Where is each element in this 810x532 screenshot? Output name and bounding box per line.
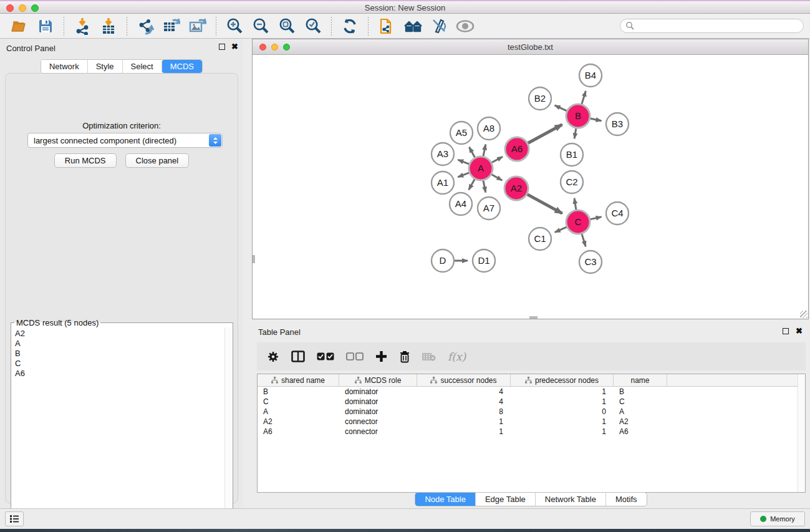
edge-A-A7[interactable] <box>483 180 486 193</box>
edge-C-C1[interactable] <box>555 227 567 233</box>
cell-successor-nodes[interactable]: 4 <box>417 387 511 397</box>
zoom-out-icon[interactable] <box>251 17 270 36</box>
float-panel-icon[interactable] <box>219 44 225 50</box>
cell-name[interactable]: A6 <box>614 427 667 437</box>
table-row[interactable]: Bdominator41B <box>258 387 805 397</box>
edge-B-B1[interactable] <box>574 128 576 139</box>
criterion-dropdown[interactable]: largest connected component (directed) <box>27 133 223 148</box>
tab-select[interactable]: Select <box>122 60 162 73</box>
result-item[interactable]: A <box>15 339 233 349</box>
cell-MCDS-role[interactable]: connector <box>339 417 417 427</box>
node-A5[interactable]: A5 <box>450 122 473 144</box>
result-scrollbar[interactable] <box>224 327 233 530</box>
export-image-icon[interactable] <box>188 17 207 36</box>
result-item[interactable]: C <box>15 359 233 369</box>
edge-B-B3[interactable] <box>590 118 602 121</box>
node-A4[interactable]: A4 <box>450 193 472 215</box>
column-header-predecessor-nodes[interactable]: predecessor nodes <box>511 374 614 386</box>
table-row[interactable]: Cdominator41C <box>258 397 805 407</box>
zoom-in-icon[interactable] <box>225 17 244 36</box>
node-A[interactable]: A <box>469 157 493 180</box>
open-session-icon[interactable] <box>10 17 29 36</box>
node-C3[interactable]: C3 <box>579 251 602 273</box>
edge-A6-B[interactable] <box>528 125 562 143</box>
cell-successor-nodes[interactable]: 1 <box>417 427 511 437</box>
cell-shared-name[interactable]: B <box>258 387 339 397</box>
table-row[interactable]: Adominator80A <box>258 407 805 417</box>
column-header-MCDS-role[interactable]: MCDS role <box>339 374 417 386</box>
edge-A-A3[interactable] <box>458 160 470 164</box>
cell-predecessor-nodes[interactable]: 0 <box>511 407 614 417</box>
cell-MCDS-role[interactable]: dominator <box>339 397 417 407</box>
tab-motifs[interactable]: Motifs <box>605 493 647 506</box>
tab-network-table[interactable]: Network Table <box>535 493 605 506</box>
edge-C-C3[interactable] <box>582 233 586 246</box>
cell-name[interactable]: B <box>614 387 667 397</box>
edge-A-A1[interactable] <box>458 173 470 177</box>
export-table-icon[interactable] <box>162 17 181 36</box>
node-B[interactable]: B <box>566 104 590 128</box>
zoom-selected-icon[interactable] <box>304 17 322 36</box>
new-network-from-selection-icon[interactable] <box>377 17 396 36</box>
node-B2[interactable]: B2 <box>529 87 551 110</box>
cell-MCDS-role[interactable]: dominator <box>339 387 417 397</box>
float-table-panel-icon[interactable] <box>783 328 789 334</box>
cell-successor-nodes[interactable]: 4 <box>417 397 511 407</box>
node-C2[interactable]: C2 <box>561 171 583 193</box>
edge-A-A2[interactable] <box>491 174 503 180</box>
canvas-vscroll-thumb[interactable] <box>253 255 255 263</box>
memory-button[interactable]: Memory <box>750 511 805 526</box>
cell-successor-nodes[interactable]: 1 <box>417 417 511 427</box>
edge-A-A4[interactable] <box>469 179 475 190</box>
import-table-icon[interactable] <box>99 17 118 36</box>
cell-predecessor-nodes[interactable]: 1 <box>511 397 614 407</box>
add-column-icon[interactable] <box>375 351 387 362</box>
network-window-titlebar[interactable]: testGlobe.txt <box>253 39 808 55</box>
select-all-checkboxes-icon[interactable] <box>317 352 334 360</box>
search-input[interactable] <box>620 19 804 33</box>
show-hide-icon[interactable] <box>456 17 475 36</box>
node-C[interactable]: C <box>566 210 590 234</box>
column-header-successor-nodes[interactable]: successor nodes <box>417 374 511 386</box>
cell-shared-name[interactable]: A2 <box>258 417 339 427</box>
edge-A-A8[interactable] <box>483 144 486 157</box>
cell-successor-nodes[interactable]: 8 <box>417 407 511 417</box>
result-item[interactable]: A6 <box>15 369 233 379</box>
cell-name[interactable]: C <box>614 397 667 407</box>
cell-shared-name[interactable]: A6 <box>258 427 339 437</box>
export-network-icon[interactable] <box>136 17 155 36</box>
node-A6[interactable]: A6 <box>505 137 529 161</box>
cybrowser-home-icon[interactable] <box>403 17 422 36</box>
cell-MCDS-role[interactable]: connector <box>339 427 417 437</box>
save-session-icon[interactable] <box>36 17 55 36</box>
delete-column-icon[interactable] <box>399 351 410 363</box>
cell-shared-name[interactable]: A <box>258 407 339 417</box>
edge-C-C4[interactable] <box>590 217 602 220</box>
node-A3[interactable]: A3 <box>432 143 454 165</box>
tab-edge-table[interactable]: Edge Table <box>475 493 535 506</box>
node-B1[interactable]: B1 <box>561 143 583 166</box>
cell-MCDS-role[interactable]: dominator <box>339 407 417 417</box>
function-builder-icon[interactable]: f(x) <box>448 351 466 363</box>
node-table[interactable]: shared nameMCDS rolesuccessor nodesprede… <box>257 374 806 493</box>
zoom-fit-icon[interactable] <box>277 17 296 36</box>
edge-C-C2[interactable] <box>574 198 576 211</box>
delete-table-icon[interactable] <box>422 352 436 361</box>
node-C4[interactable]: C4 <box>606 202 629 225</box>
cell-name[interactable]: A <box>614 407 667 417</box>
tab-style[interactable]: Style <box>87 60 122 73</box>
deselect-all-checkboxes-icon[interactable] <box>346 352 364 360</box>
resize-handle-icon[interactable] <box>800 311 808 318</box>
table-row[interactable]: A2connector11A2 <box>258 417 805 427</box>
canvas-hscroll-thumb[interactable] <box>529 316 538 319</box>
hide-graphics-details-icon[interactable] <box>430 17 448 36</box>
node-A7[interactable]: A7 <box>478 197 500 220</box>
node-B3[interactable]: B3 <box>606 113 629 135</box>
import-network-icon[interactable] <box>73 17 92 36</box>
edge-B-B4[interactable] <box>582 91 586 105</box>
mcds-result-list[interactable]: A2ABCA6 <box>14 329 233 379</box>
task-history-button[interactable] <box>5 511 24 526</box>
cell-predecessor-nodes[interactable]: 1 <box>511 417 614 427</box>
column-header-shared-name[interactable]: shared name <box>258 374 339 386</box>
node-A1[interactable]: A1 <box>432 172 454 194</box>
